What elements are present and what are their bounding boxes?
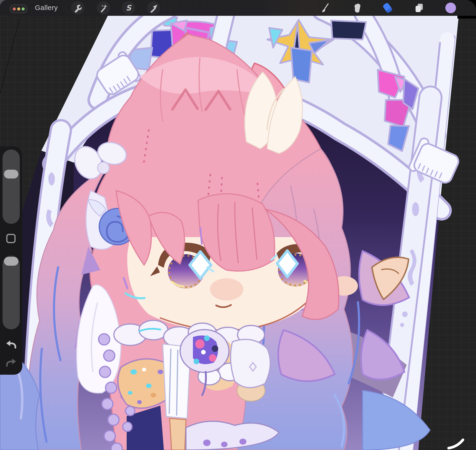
opacity-handle[interactable] xyxy=(4,257,18,266)
window-dot-yellow xyxy=(17,7,20,11)
svg-text:S: S xyxy=(126,4,132,12)
sidebar-controls xyxy=(0,146,22,375)
smudge-button[interactable] xyxy=(351,1,364,15)
color-swatch[interactable] xyxy=(445,3,456,13)
paint-button[interactable] xyxy=(319,1,333,15)
undo-button[interactable] xyxy=(5,339,17,350)
dress xyxy=(99,320,279,450)
magic-wand-icon xyxy=(99,3,108,12)
procreate-window: Gallery S xyxy=(0,0,476,450)
top-toolbar: Gallery S xyxy=(0,0,476,16)
window-controls-pill[interactable] xyxy=(10,4,27,13)
modify-button[interactable] xyxy=(6,234,16,243)
brush-size-handle[interactable] xyxy=(4,170,18,178)
canvas-edge-line xyxy=(0,19,19,94)
transform-button[interactable] xyxy=(147,1,160,15)
eraser-icon xyxy=(382,2,393,13)
stray-white-stroke xyxy=(449,440,463,448)
brush-size-slider[interactable] xyxy=(3,149,20,224)
selection-s-icon: S xyxy=(124,3,133,12)
layers-button[interactable] xyxy=(412,1,426,15)
drawing-canvas[interactable] xyxy=(0,0,476,450)
adjustments-button[interactable] xyxy=(97,1,110,15)
wrench-icon xyxy=(73,3,82,12)
brush-icon xyxy=(320,2,331,13)
gallery-button[interactable]: Gallery xyxy=(35,0,58,16)
undo-icon xyxy=(5,339,17,350)
selections-button[interactable]: S xyxy=(122,1,135,15)
layers-icon xyxy=(413,2,425,13)
redo-button[interactable] xyxy=(5,357,17,368)
opacity-slider[interactable] xyxy=(3,256,20,329)
redo-icon xyxy=(5,357,17,368)
move-arrow-icon xyxy=(149,3,158,12)
window-dot-red xyxy=(13,7,16,11)
smudge-finger-icon xyxy=(352,2,363,13)
actions-button[interactable] xyxy=(71,1,84,15)
window-dot-green xyxy=(22,7,25,11)
erase-button[interactable] xyxy=(381,1,394,15)
